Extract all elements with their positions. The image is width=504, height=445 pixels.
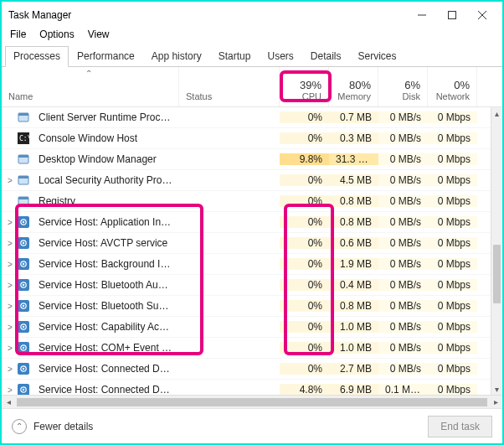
column-header-status[interactable]: Status: [179, 67, 280, 106]
table-row[interactable]: >Local Security Authority Process...0%4.…: [2, 170, 502, 191]
column-header-memory[interactable]: 80% Memory: [329, 67, 378, 106]
task-manager-window: Task Manager File Options View Processes…: [2, 2, 502, 443]
process-name: Service Host: Connected Device...: [32, 384, 179, 395]
table-row[interactable]: >Service Host: AVCTP service0%0.6 MB0 MB…: [2, 233, 502, 254]
tab-app-history[interactable]: App history: [143, 46, 210, 67]
scrollbar-track[interactable]: [491, 119, 502, 383]
svg-point-22: [23, 263, 24, 265]
minimize-button[interactable]: [407, 5, 437, 25]
process-name: Service Host: COM+ Event Sys: [32, 342, 179, 354]
svg-rect-11: [18, 176, 28, 179]
minimize-icon: [416, 9, 428, 21]
svg-point-19: [23, 242, 24, 244]
table-row[interactable]: Client Server Runtime Process0%0.7 MB0 M…: [2, 107, 502, 128]
tab-services[interactable]: Services: [350, 46, 405, 67]
process-icon: [15, 174, 32, 186]
process-disk: 0 MB/s: [378, 216, 428, 228]
process-icon: [15, 342, 32, 354]
process-cpu: 0%: [280, 279, 329, 291]
expand-toggle[interactable]: >: [2, 218, 15, 227]
process-memory: 4.5 MB: [329, 174, 378, 186]
menu-view[interactable]: View: [88, 28, 110, 40]
scroll-right-arrow-icon[interactable]: ▸: [489, 397, 502, 406]
table-row[interactable]: >Service Host: Application Infor...0%0.8…: [2, 212, 502, 233]
process-memory: 0.8 MB: [329, 195, 378, 207]
table-row[interactable]: C:\Console Window Host0%0.3 MB0 MB/s0 Mb…: [2, 128, 502, 149]
menubar: File Options View: [2, 27, 502, 45]
scroll-up-arrow-icon[interactable]: ▴: [491, 107, 502, 119]
maximize-icon: [446, 9, 458, 21]
scroll-down-arrow-icon[interactable]: ▾: [491, 383, 502, 395]
tab-details[interactable]: Details: [302, 46, 350, 67]
memory-label: Memory: [337, 91, 371, 101]
process-icon: [15, 111, 32, 123]
process-disk: 0 MB/s: [378, 153, 428, 165]
table-row[interactable]: >Service Host: Background Intelli...0%1.…: [2, 254, 502, 275]
svg-point-34: [23, 347, 24, 349]
process-disk: 0 MB/s: [378, 342, 428, 354]
expand-toggle[interactable]: >: [2, 385, 15, 395]
expand-toggle[interactable]: >: [2, 281, 15, 290]
table-row[interactable]: >Service Host: Capability Access ...0%1.…: [2, 317, 502, 338]
tab-users[interactable]: Users: [259, 46, 301, 67]
tab-performance[interactable]: Performance: [69, 46, 143, 67]
svg-rect-13: [18, 197, 28, 199]
fewer-details-label: Fewer details: [33, 421, 93, 432]
process-icon: C:\: [15, 132, 32, 144]
expand-toggle[interactable]: >: [2, 239, 15, 248]
tab-processes[interactable]: Processes: [5, 46, 69, 67]
table-row[interactable]: >Service Host: Connected Device...4.8%6.…: [2, 380, 502, 395]
expand-toggle[interactable]: >: [2, 176, 15, 185]
process-name: Service Host: Capability Access ...: [32, 321, 179, 333]
expand-toggle[interactable]: >: [2, 344, 15, 353]
expand-toggle[interactable]: >: [2, 260, 15, 269]
process-network: 0 Mbps: [428, 258, 477, 270]
svg-point-37: [23, 368, 24, 370]
tab-startup[interactable]: Startup: [210, 46, 260, 67]
scrollbar-thumb[interactable]: [493, 245, 501, 303]
process-memory: 0.8 MB: [329, 216, 378, 228]
table-row[interactable]: >Service Host: Bluetooth Support...0%0.8…: [2, 296, 502, 317]
process-cpu: 0%: [280, 300, 329, 312]
end-task-button[interactable]: End task: [428, 416, 492, 437]
titlebar: Task Manager: [2, 2, 502, 27]
column-headers: ⌃ Name Status 39% CPU 80% Memory 6% Disk…: [2, 67, 502, 107]
table-row[interactable]: Registry0%0.8 MB0 MB/s0 Mbps: [2, 191, 502, 212]
process-name: Local Security Authority Process...: [32, 174, 179, 186]
column-header-network[interactable]: 0% Network: [428, 67, 477, 106]
vertical-scrollbar[interactable]: ▴ ▾: [491, 107, 502, 395]
expand-toggle[interactable]: >: [2, 323, 15, 332]
table-row[interactable]: >Service Host: Bluetooth Audio G...0%0.4…: [2, 275, 502, 296]
process-name: Service Host: Connected Device...: [32, 363, 179, 375]
table-row[interactable]: Desktop Window Manager9.8%31.3 MB0 MB/s0…: [2, 149, 502, 170]
process-disk: 0 MB/s: [378, 279, 428, 291]
process-cpu: 0%: [280, 321, 329, 333]
svg-point-31: [23, 326, 24, 328]
process-network: 0 Mbps: [428, 174, 477, 186]
expand-toggle[interactable]: >: [2, 302, 15, 311]
close-button[interactable]: [467, 5, 497, 25]
scrollbar-thumb-h[interactable]: [17, 398, 487, 406]
menu-file[interactable]: File: [10, 28, 26, 40]
process-disk: 0 MB/s: [378, 321, 428, 333]
process-network: 0 Mbps: [428, 237, 477, 249]
footer: ⌃ Fewer details End task: [2, 408, 502, 443]
expand-toggle[interactable]: >: [2, 365, 15, 374]
table-row[interactable]: >Service Host: Connected Device...0%2.7 …: [2, 359, 502, 380]
column-header-cpu[interactable]: 39% CPU: [280, 67, 329, 106]
process-network: 0 Mbps: [428, 279, 477, 291]
network-label: Network: [436, 91, 470, 101]
memory-percent: 80%: [349, 79, 371, 91]
table-row[interactable]: >Service Host: COM+ Event Sys0%1.0 MB0 M…: [2, 338, 502, 359]
column-header-disk[interactable]: 6% Disk: [378, 67, 428, 106]
process-cpu: 0%: [280, 342, 329, 354]
process-disk: 0 MB/s: [378, 363, 428, 375]
process-memory: 0.6 MB: [329, 237, 378, 249]
menu-options[interactable]: Options: [39, 28, 74, 40]
svg-point-16: [23, 221, 24, 223]
column-header-name[interactable]: ⌃ Name: [2, 67, 179, 106]
maximize-button[interactable]: [437, 5, 467, 25]
horizontal-scrollbar[interactable]: ◂ ▸: [2, 395, 502, 408]
scroll-left-arrow-icon[interactable]: ◂: [2, 397, 15, 406]
fewer-details-button[interactable]: ⌃ Fewer details: [12, 419, 93, 434]
